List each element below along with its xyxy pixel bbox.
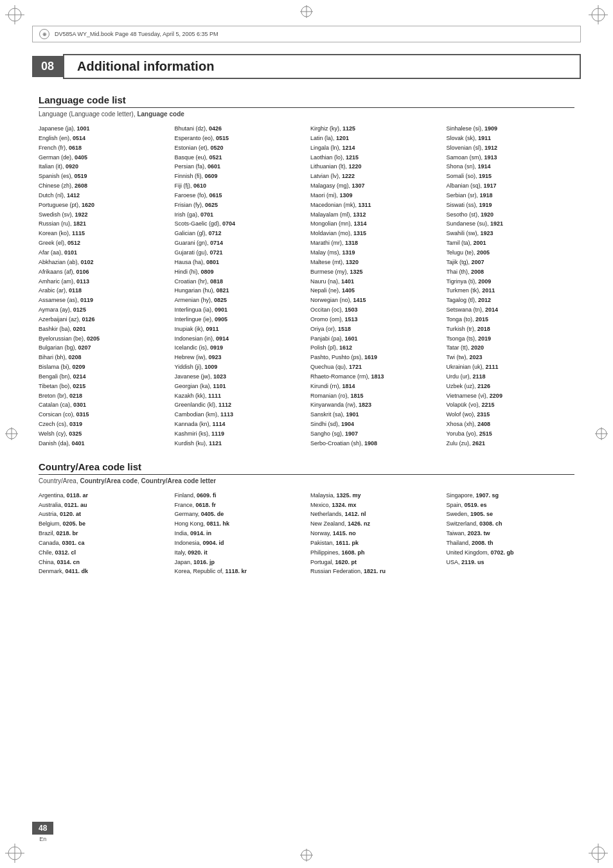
list-item: Finnish (fi), 0609 xyxy=(175,172,303,181)
list-item: Oromo (om), 1513 xyxy=(310,315,439,324)
list-item: Philippines, 1608. ph xyxy=(310,548,439,558)
list-item: Croatian (hr), 0818 xyxy=(175,277,303,287)
chapter-title: Additional information xyxy=(63,54,581,79)
list-item: Italian (it), 0920 xyxy=(39,162,167,172)
list-item: Zulu (zu), 2621 xyxy=(447,439,575,448)
list-item: Swedish (sv), 1922 xyxy=(39,210,167,220)
language-column-4: Sinhalese (si), 1909Slovak (sk), 1911Slo… xyxy=(447,124,575,448)
chapter-header: 08 Additional information xyxy=(32,54,581,79)
list-item: Kurdish (ku), 1121 xyxy=(175,439,303,448)
list-item: Quechua (qu), 1721 xyxy=(310,362,439,372)
list-item: Nauru (na), 1401 xyxy=(310,277,439,287)
language-subtitle-bold: Language code xyxy=(137,111,184,118)
list-item: Sangho (sg), 1907 xyxy=(310,429,439,439)
list-item: Danish (da), 0401 xyxy=(39,439,167,448)
list-item: Portuguese (pt), 1620 xyxy=(39,200,167,210)
list-item: Byelorussian (be), 0205 xyxy=(39,334,167,344)
list-item: USA, 2119. us xyxy=(447,558,575,567)
list-item: Guarani (gn), 0714 xyxy=(175,238,303,248)
list-item: Amharic (am), 0113 xyxy=(39,277,167,287)
list-item: Russian (ru), 1821 xyxy=(39,219,167,229)
list-item: Chinese (zh), 2608 xyxy=(39,181,167,191)
list-item: Sanskrit (sa), 1901 xyxy=(310,410,439,420)
list-item: Telugu (te), 2005 xyxy=(447,248,575,258)
list-item: Catalan (ca), 0301 xyxy=(39,400,167,410)
page-lang-code: En xyxy=(39,836,46,842)
list-item: Norwegian (no), 1415 xyxy=(310,296,439,305)
corner-mark-top-left xyxy=(5,5,24,24)
list-item: Rhaeto-Romance (rm), 1813 xyxy=(310,372,439,382)
list-item: Greek (el), 0512 xyxy=(39,238,167,248)
file-bar-text: DV585A WY_Mid.book Page 48 Tuesday, Apri… xyxy=(55,31,218,37)
list-item: Latin (la), 1201 xyxy=(310,134,439,143)
list-item: Hausa (ha), 0801 xyxy=(175,258,303,267)
list-item: Swahili (sw), 1923 xyxy=(447,229,575,238)
country-section-subtitle: Country/Area, Country/Area code, Country… xyxy=(39,477,574,484)
list-item: Czech (cs), 0319 xyxy=(39,420,167,429)
list-item: Pashto, Pushto (ps), 1619 xyxy=(310,353,439,362)
list-item: Brazil, 0218. br xyxy=(39,529,167,538)
country-section-title: Country/Area code list xyxy=(39,461,574,475)
list-item: Ukrainian (uk), 2111 xyxy=(447,362,575,372)
list-item: Bengali (bn), 0214 xyxy=(39,372,167,382)
list-item: Kirundi (rn), 1814 xyxy=(310,382,439,391)
list-item: India, 0914. in xyxy=(175,529,303,538)
list-item: Bhutani (dz), 0426 xyxy=(175,124,303,134)
side-mark-left xyxy=(5,427,18,441)
list-item: Malaysia, 1325. my xyxy=(310,491,439,500)
list-item: Uzbek (uz), 2126 xyxy=(447,382,575,391)
list-item: Esperanto (eo), 0515 xyxy=(175,134,303,143)
list-item: Latvian (lv), 1222 xyxy=(310,172,439,181)
list-item: Interlingue (ie), 0905 xyxy=(175,315,303,324)
page-footer: 48 En xyxy=(32,822,53,842)
list-item: Maori (mi), 1309 xyxy=(310,191,439,200)
list-item: Norway, 1415. no xyxy=(310,529,439,538)
list-item: Tonga (to), 2015 xyxy=(447,315,575,324)
list-item: Inupiak (ik), 0911 xyxy=(175,324,303,334)
list-item: Samoan (sm), 1913 xyxy=(447,153,575,163)
list-item: Turkish (tr), 2018 xyxy=(447,324,575,334)
list-item: Dutch (nl), 1412 xyxy=(39,191,167,200)
list-item: Spanish (es), 0519 xyxy=(39,172,167,181)
file-bar-icon: ⊕ xyxy=(39,29,49,39)
country-columns: Argentina, 0118. arAustralia, 0121. auAu… xyxy=(39,491,574,577)
list-item: Spain, 0519. es xyxy=(447,500,575,510)
list-item: Persian (fa), 0601 xyxy=(175,162,303,172)
list-item: Somali (so), 1915 xyxy=(447,172,575,181)
language-column-3: Kirghiz (ky), 1125Latin (la), 1201Lingal… xyxy=(310,124,439,448)
list-item: Bihari (bh), 0208 xyxy=(39,353,167,362)
list-item: Albanian (sq), 1917 xyxy=(447,181,575,191)
list-item: Oriya (or), 1518 xyxy=(310,324,439,334)
list-item: Mongolian (mn), 1314 xyxy=(310,219,439,229)
list-item: Nepali (ne), 1405 xyxy=(310,286,439,296)
list-item: Shona (sn), 1914 xyxy=(447,162,575,172)
list-item: German (de), 0405 xyxy=(39,153,167,163)
list-item: Turkmen (tk), 2011 xyxy=(447,286,575,296)
list-item: Slovenian (sl), 1912 xyxy=(447,143,575,153)
list-item: Japan, 1016. jp xyxy=(175,558,303,567)
list-item: French (fr), 0618 xyxy=(39,143,167,153)
list-item: France, 0618. fr xyxy=(175,500,303,510)
list-item: Italy, 0920. it xyxy=(175,548,303,558)
list-item: Malagasy (mg), 1307 xyxy=(310,181,439,191)
corner-mark-top-right xyxy=(589,5,608,24)
language-columns: Japanese (ja), 1001English (en), 0514Fre… xyxy=(39,124,574,448)
list-item: Siswati (ss), 1919 xyxy=(447,200,575,210)
list-item: Hebrew (iw), 0923 xyxy=(175,353,303,362)
list-item: Malay (ms), 1319 xyxy=(310,248,439,258)
list-item: Tsonga (ts), 2019 xyxy=(447,334,575,344)
side-mark-top xyxy=(300,5,313,19)
list-item: Wolof (wo), 2315 xyxy=(447,410,575,420)
list-item: Sindhi (sd), 1904 xyxy=(310,420,439,429)
list-item: Setswana (tn), 2014 xyxy=(447,305,575,315)
list-item: Azerbaijani (az), 0126 xyxy=(39,315,167,324)
list-item: Korea, Republic of, 1118. kr xyxy=(175,567,303,576)
list-item: Germany, 0405. de xyxy=(175,509,303,519)
corner-mark-bottom-right xyxy=(589,844,608,863)
corner-mark-bottom-left xyxy=(5,844,24,863)
list-item: Japanese (ja), 1001 xyxy=(39,124,167,134)
list-item: Malayalam (ml), 1312 xyxy=(310,210,439,220)
list-item: Kannada (kn), 1114 xyxy=(175,420,303,429)
list-item: Portugal, 1620. pt xyxy=(310,558,439,567)
list-item: Welsh (cy), 0325 xyxy=(39,429,167,439)
